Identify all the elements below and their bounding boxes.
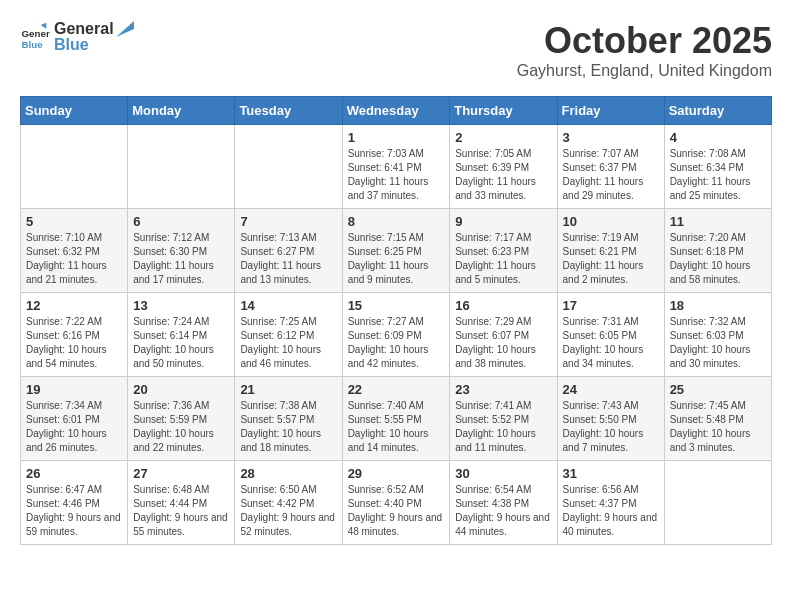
calendar-cell: 29Sunrise: 6:52 AM Sunset: 4:40 PM Dayli… — [342, 461, 450, 545]
calendar-cell — [664, 461, 771, 545]
calendar-cell: 4Sunrise: 7:08 AM Sunset: 6:34 PM Daylig… — [664, 125, 771, 209]
day-number: 28 — [240, 466, 336, 481]
day-number: 8 — [348, 214, 445, 229]
day-number: 20 — [133, 382, 229, 397]
day-number: 24 — [563, 382, 659, 397]
day-info: Sunrise: 7:15 AM Sunset: 6:25 PM Dayligh… — [348, 231, 445, 287]
svg-text:Blue: Blue — [22, 38, 44, 49]
day-info: Sunrise: 7:10 AM Sunset: 6:32 PM Dayligh… — [26, 231, 122, 287]
svg-text:General: General — [22, 28, 51, 39]
day-number: 9 — [455, 214, 551, 229]
calendar-cell: 18Sunrise: 7:32 AM Sunset: 6:03 PM Dayli… — [664, 293, 771, 377]
day-number: 6 — [133, 214, 229, 229]
day-info: Sunrise: 7:13 AM Sunset: 6:27 PM Dayligh… — [240, 231, 336, 287]
day-info: Sunrise: 7:20 AM Sunset: 6:18 PM Dayligh… — [670, 231, 766, 287]
calendar-week-row: 19Sunrise: 7:34 AM Sunset: 6:01 PM Dayli… — [21, 377, 772, 461]
day-info: Sunrise: 7:12 AM Sunset: 6:30 PM Dayligh… — [133, 231, 229, 287]
day-info: Sunrise: 6:47 AM Sunset: 4:46 PM Dayligh… — [26, 483, 122, 539]
day-info: Sunrise: 7:05 AM Sunset: 6:39 PM Dayligh… — [455, 147, 551, 203]
day-info: Sunrise: 7:43 AM Sunset: 5:50 PM Dayligh… — [563, 399, 659, 455]
calendar-cell: 25Sunrise: 7:45 AM Sunset: 5:48 PM Dayli… — [664, 377, 771, 461]
day-number: 26 — [26, 466, 122, 481]
calendar-cell: 28Sunrise: 6:50 AM Sunset: 4:42 PM Dayli… — [235, 461, 342, 545]
logo-blue-text: Blue — [54, 36, 134, 54]
day-number: 7 — [240, 214, 336, 229]
day-info: Sunrise: 7:27 AM Sunset: 6:09 PM Dayligh… — [348, 315, 445, 371]
calendar-cell: 17Sunrise: 7:31 AM Sunset: 6:05 PM Dayli… — [557, 293, 664, 377]
day-info: Sunrise: 7:40 AM Sunset: 5:55 PM Dayligh… — [348, 399, 445, 455]
calendar-cell: 12Sunrise: 7:22 AM Sunset: 6:16 PM Dayli… — [21, 293, 128, 377]
day-number: 16 — [455, 298, 551, 313]
calendar-week-row: 5Sunrise: 7:10 AM Sunset: 6:32 PM Daylig… — [21, 209, 772, 293]
day-info: Sunrise: 7:31 AM Sunset: 6:05 PM Dayligh… — [563, 315, 659, 371]
day-header-tuesday: Tuesday — [235, 97, 342, 125]
day-number: 10 — [563, 214, 659, 229]
calendar-cell: 27Sunrise: 6:48 AM Sunset: 4:44 PM Dayli… — [128, 461, 235, 545]
page-header: General Blue General Blue October 2025 G… — [20, 20, 772, 80]
day-number: 23 — [455, 382, 551, 397]
day-info: Sunrise: 7:45 AM Sunset: 5:48 PM Dayligh… — [670, 399, 766, 455]
day-number: 12 — [26, 298, 122, 313]
logo-icon: General Blue — [20, 22, 50, 52]
logo-triangle-icon — [116, 21, 134, 37]
calendar-cell: 31Sunrise: 6:56 AM Sunset: 4:37 PM Dayli… — [557, 461, 664, 545]
day-number: 29 — [348, 466, 445, 481]
day-info: Sunrise: 7:07 AM Sunset: 6:37 PM Dayligh… — [563, 147, 659, 203]
day-number: 14 — [240, 298, 336, 313]
calendar-cell: 2Sunrise: 7:05 AM Sunset: 6:39 PM Daylig… — [450, 125, 557, 209]
day-info: Sunrise: 7:03 AM Sunset: 6:41 PM Dayligh… — [348, 147, 445, 203]
calendar-cell: 10Sunrise: 7:19 AM Sunset: 6:21 PM Dayli… — [557, 209, 664, 293]
day-header-friday: Friday — [557, 97, 664, 125]
calendar-table: SundayMondayTuesdayWednesdayThursdayFrid… — [20, 96, 772, 545]
calendar-cell: 16Sunrise: 7:29 AM Sunset: 6:07 PM Dayli… — [450, 293, 557, 377]
logo: General Blue General Blue — [20, 20, 134, 53]
day-info: Sunrise: 6:56 AM Sunset: 4:37 PM Dayligh… — [563, 483, 659, 539]
day-header-sunday: Sunday — [21, 97, 128, 125]
day-number: 4 — [670, 130, 766, 145]
day-number: 21 — [240, 382, 336, 397]
calendar-cell: 15Sunrise: 7:27 AM Sunset: 6:09 PM Dayli… — [342, 293, 450, 377]
day-info: Sunrise: 7:22 AM Sunset: 6:16 PM Dayligh… — [26, 315, 122, 371]
day-number: 2 — [455, 130, 551, 145]
day-info: Sunrise: 6:48 AM Sunset: 4:44 PM Dayligh… — [133, 483, 229, 539]
day-header-thursday: Thursday — [450, 97, 557, 125]
calendar-cell: 9Sunrise: 7:17 AM Sunset: 6:23 PM Daylig… — [450, 209, 557, 293]
calendar-week-row: 26Sunrise: 6:47 AM Sunset: 4:46 PM Dayli… — [21, 461, 772, 545]
day-number: 31 — [563, 466, 659, 481]
day-info: Sunrise: 7:38 AM Sunset: 5:57 PM Dayligh… — [240, 399, 336, 455]
calendar-cell: 14Sunrise: 7:25 AM Sunset: 6:12 PM Dayli… — [235, 293, 342, 377]
calendar-cell: 24Sunrise: 7:43 AM Sunset: 5:50 PM Dayli… — [557, 377, 664, 461]
day-number: 5 — [26, 214, 122, 229]
calendar-cell: 13Sunrise: 7:24 AM Sunset: 6:14 PM Dayli… — [128, 293, 235, 377]
calendar-week-row: 12Sunrise: 7:22 AM Sunset: 6:16 PM Dayli… — [21, 293, 772, 377]
calendar-week-row: 1Sunrise: 7:03 AM Sunset: 6:41 PM Daylig… — [21, 125, 772, 209]
day-header-saturday: Saturday — [664, 97, 771, 125]
day-number: 11 — [670, 214, 766, 229]
day-header-wednesday: Wednesday — [342, 97, 450, 125]
logo-general-text: General — [54, 20, 114, 38]
day-info: Sunrise: 7:19 AM Sunset: 6:21 PM Dayligh… — [563, 231, 659, 287]
day-info: Sunrise: 7:25 AM Sunset: 6:12 PM Dayligh… — [240, 315, 336, 371]
day-info: Sunrise: 7:36 AM Sunset: 5:59 PM Dayligh… — [133, 399, 229, 455]
day-header-monday: Monday — [128, 97, 235, 125]
day-info: Sunrise: 6:50 AM Sunset: 4:42 PM Dayligh… — [240, 483, 336, 539]
calendar-header-row: SundayMondayTuesdayWednesdayThursdayFrid… — [21, 97, 772, 125]
day-number: 25 — [670, 382, 766, 397]
calendar-cell: 20Sunrise: 7:36 AM Sunset: 5:59 PM Dayli… — [128, 377, 235, 461]
day-info: Sunrise: 6:54 AM Sunset: 4:38 PM Dayligh… — [455, 483, 551, 539]
calendar-cell: 7Sunrise: 7:13 AM Sunset: 6:27 PM Daylig… — [235, 209, 342, 293]
day-info: Sunrise: 7:34 AM Sunset: 6:01 PM Dayligh… — [26, 399, 122, 455]
day-info: Sunrise: 7:08 AM Sunset: 6:34 PM Dayligh… — [670, 147, 766, 203]
calendar-cell: 19Sunrise: 7:34 AM Sunset: 6:01 PM Dayli… — [21, 377, 128, 461]
calendar-cell: 1Sunrise: 7:03 AM Sunset: 6:41 PM Daylig… — [342, 125, 450, 209]
calendar-cell — [235, 125, 342, 209]
calendar-cell: 8Sunrise: 7:15 AM Sunset: 6:25 PM Daylig… — [342, 209, 450, 293]
day-info: Sunrise: 7:32 AM Sunset: 6:03 PM Dayligh… — [670, 315, 766, 371]
title-block: October 2025 Gayhurst, England, United K… — [517, 20, 772, 80]
location-title: Gayhurst, England, United Kingdom — [517, 62, 772, 80]
calendar-cell: 3Sunrise: 7:07 AM Sunset: 6:37 PM Daylig… — [557, 125, 664, 209]
day-info: Sunrise: 7:24 AM Sunset: 6:14 PM Dayligh… — [133, 315, 229, 371]
calendar-cell — [21, 125, 128, 209]
day-number: 19 — [26, 382, 122, 397]
day-number: 17 — [563, 298, 659, 313]
